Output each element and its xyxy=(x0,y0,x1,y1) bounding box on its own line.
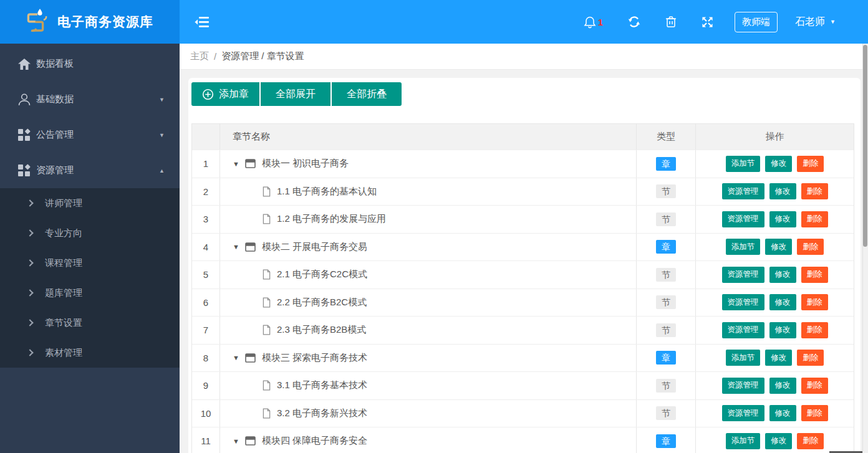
sidebar-item-label: 基础数据 xyxy=(36,93,74,105)
sidebar-item-course-management[interactable]: 课程管理 xyxy=(0,248,180,278)
row-index: 3 xyxy=(192,206,220,233)
tree-collapse-caret-icon[interactable]: ▼ xyxy=(233,160,239,168)
row-index: 11 xyxy=(192,427,220,453)
chapter-name: 3.1 电子商务基本技术 xyxy=(277,379,367,391)
delete-button[interactable]: 删除 xyxy=(801,405,828,421)
delete-button[interactable]: 删除 xyxy=(801,322,828,338)
edit-button[interactable]: 修改 xyxy=(769,294,796,310)
breadcrumb-home[interactable]: 主页 xyxy=(190,50,209,62)
chapter-name: 1.2 电子商务的发展与应用 xyxy=(277,213,386,225)
add-section-button[interactable]: 添加节 xyxy=(726,433,761,449)
edit-button[interactable]: 修改 xyxy=(769,267,796,283)
delete-button[interactable]: 删除 xyxy=(801,267,828,283)
row-index: 6 xyxy=(192,289,220,317)
chapter-name: 模块三 探索电子商务技术 xyxy=(262,352,367,364)
sidebar-item-basic-data[interactable]: 基础数据 ▼ xyxy=(0,82,180,117)
collapse-all-button[interactable]: 全部折叠 xyxy=(332,82,402,106)
delete-button[interactable]: 删除 xyxy=(797,239,824,255)
add-section-button[interactable]: 添加节 xyxy=(726,156,761,172)
delete-button[interactable]: 删除 xyxy=(801,378,828,394)
table-row: 11 ▼ 模块四 保障电子商务安全 章 添加节 修改 删除 xyxy=(192,427,854,453)
edit-button[interactable]: 修改 xyxy=(769,405,796,421)
delete-button[interactable]: 删除 xyxy=(801,211,828,227)
section-doc-icon xyxy=(263,408,271,419)
chapter-window-icon xyxy=(245,436,256,446)
resource-manage-button[interactable]: 资源管理 xyxy=(722,405,764,421)
submenu-item-label: 题库管理 xyxy=(45,287,82,299)
caret-down-icon: ▼ xyxy=(159,97,165,103)
scrollbar-thumb[interactable] xyxy=(863,45,867,247)
type-badge: 节 xyxy=(656,184,676,198)
resource-manage-button[interactable]: 资源管理 xyxy=(722,183,764,199)
add-chapter-button[interactable]: 添加章 xyxy=(191,82,259,106)
add-section-button[interactable]: 添加节 xyxy=(726,350,761,366)
sidebar-item-material-management[interactable]: 素材管理 xyxy=(0,338,180,368)
delete-button[interactable]: 删除 xyxy=(797,433,824,449)
sidebar-item-label: 公告管理 xyxy=(36,129,74,141)
trash-icon[interactable] xyxy=(665,16,677,28)
type-badge: 章 xyxy=(656,157,676,171)
sidebar-item-dashboard[interactable]: 数据看板 xyxy=(0,46,180,82)
delete-button[interactable]: 删除 xyxy=(797,156,824,172)
logo-area: 电子商务资源库 xyxy=(0,0,180,44)
fullscreen-icon[interactable] xyxy=(702,16,713,28)
notification-bell-icon[interactable]: 1 xyxy=(584,16,603,29)
edit-button[interactable]: 修改 xyxy=(765,156,792,172)
component-icon xyxy=(17,128,31,142)
delete-button[interactable]: 删除 xyxy=(801,294,828,310)
sidebar-item-announcements[interactable]: 公告管理 ▼ xyxy=(0,117,180,153)
resource-manage-button[interactable]: 资源管理 xyxy=(722,267,764,283)
edit-button[interactable]: 修改 xyxy=(769,183,796,199)
add-section-button[interactable]: 添加节 xyxy=(726,239,761,255)
resource-manage-button[interactable]: 资源管理 xyxy=(722,322,764,338)
tree-collapse-caret-icon[interactable]: ▼ xyxy=(233,354,239,361)
refresh-icon[interactable] xyxy=(628,16,640,28)
row-index: 2 xyxy=(192,178,220,206)
sidebar-item-major-direction[interactable]: 专业方向 xyxy=(0,218,180,248)
user-menu[interactable]: 石老师 ▼ xyxy=(795,16,836,29)
type-badge: 章 xyxy=(656,351,676,365)
row-index: 4 xyxy=(192,234,220,261)
edit-button[interactable]: 修改 xyxy=(765,239,792,255)
submenu-item-label: 专业方向 xyxy=(45,227,82,239)
content-card: 添加章 全部展开 全部折叠 章节名称 类型 操作 1 ▼ xyxy=(188,78,861,453)
app-title: 电子商务资源库 xyxy=(57,13,153,31)
sidebar-item-lecturer-management[interactable]: 讲师管理 xyxy=(0,188,180,218)
teacher-mode-button[interactable]: 教师端 xyxy=(735,12,778,32)
header-actions: 1 xyxy=(584,12,836,32)
type-badge: 节 xyxy=(656,295,676,309)
resource-manage-button[interactable]: 资源管理 xyxy=(722,211,764,227)
table-row: 6 ▼ 2.2 电子商务B2C模式 节 资源管理 修改 删除 xyxy=(192,289,854,317)
edit-button[interactable]: 修改 xyxy=(769,378,796,394)
row-index: 10 xyxy=(192,400,220,427)
resource-manage-button[interactable]: 资源管理 xyxy=(722,294,764,310)
sidebar-item-question-bank[interactable]: 题库管理 xyxy=(0,278,180,308)
edit-button[interactable]: 修改 xyxy=(769,322,796,338)
expand-all-button[interactable]: 全部展开 xyxy=(261,82,330,106)
type-badge: 节 xyxy=(656,268,676,282)
menu-collapse-icon[interactable] xyxy=(195,15,211,29)
header-type: 类型 xyxy=(637,124,696,150)
edit-button[interactable]: 修改 xyxy=(765,433,792,449)
edit-button[interactable]: 修改 xyxy=(769,211,796,227)
sidebar-nav: 数据看板 基础数据 ▼ 公告管理 ▼ xyxy=(0,44,180,453)
chapter-name: 2.2 电子商务B2C模式 xyxy=(277,297,367,308)
row-index: 1 xyxy=(192,150,220,178)
tree-collapse-caret-icon[interactable]: ▼ xyxy=(233,243,239,250)
vertical-scrollbar[interactable] xyxy=(862,44,868,453)
sidebar-item-resources[interactable]: 资源管理 ▲ xyxy=(0,153,180,188)
submenu-item-label: 讲师管理 xyxy=(45,198,82,209)
table-row: 10 ▼ 3.2 电子商务新兴技术 节 资源管理 修改 删除 xyxy=(192,400,854,428)
section-doc-icon xyxy=(263,269,271,280)
sidebar-item-chapter-settings[interactable]: 章节设置 xyxy=(0,308,180,338)
tree-collapse-caret-icon[interactable]: ▼ xyxy=(233,437,239,445)
resource-manage-button[interactable]: 资源管理 xyxy=(722,378,764,394)
caret-down-icon: ▼ xyxy=(159,132,165,138)
delete-button[interactable]: 删除 xyxy=(797,350,824,366)
type-badge: 节 xyxy=(656,212,676,226)
table-row: 4 ▼ 模块二 开展电子商务交易 章 添加节 修改 删除 xyxy=(192,234,854,262)
type-badge: 章 xyxy=(656,240,676,254)
edit-button[interactable]: 修改 xyxy=(765,350,792,366)
table-row: 3 ▼ 1.2 电子商务的发展与应用 节 资源管理 修改 删除 xyxy=(192,206,854,234)
delete-button[interactable]: 删除 xyxy=(801,183,828,199)
